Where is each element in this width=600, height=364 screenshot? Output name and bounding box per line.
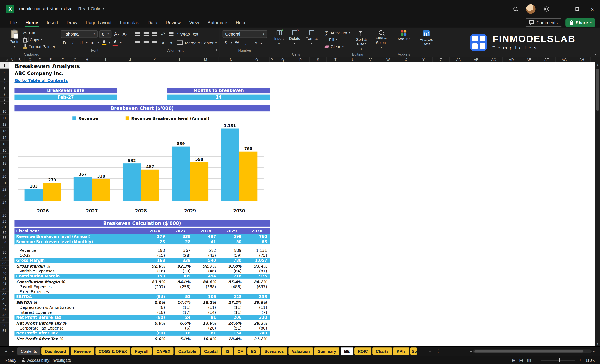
scroll-left-icon[interactable]: ◂ bbox=[470, 349, 472, 353]
calc-header-year-2028[interactable]: 2028 bbox=[193, 228, 218, 234]
calc-cell[interactable]: 92.3% bbox=[168, 264, 193, 269]
calc-cell[interactable]: 839 bbox=[219, 248, 244, 253]
chart-bar-revenue-2030[interactable] bbox=[221, 129, 239, 201]
calc-cell[interactable]: 487 bbox=[193, 234, 218, 239]
ribbon-tab-view[interactable]: View bbox=[185, 18, 203, 27]
column-header-w[interactable]: W bbox=[379, 57, 397, 62]
row-header-5[interactable]: 5 bbox=[0, 86, 9, 92]
calc-cell[interactable]: (75) bbox=[244, 253, 270, 258]
calc-header-year-2026[interactable]: 2026 bbox=[142, 228, 168, 234]
globe-button[interactable] bbox=[539, 0, 554, 18]
calc-row-fixed-expenses[interactable]: Fixed Expenses----- bbox=[14, 289, 270, 294]
calc-cell[interactable]: 81 bbox=[193, 315, 218, 320]
calc-cell[interactable]: 27.2% bbox=[219, 300, 244, 305]
calc-cell[interactable]: 760 bbox=[244, 234, 270, 239]
italic-button[interactable]: I bbox=[69, 39, 76, 46]
column-header-y[interactable]: Y bbox=[415, 57, 432, 62]
calc-cell[interactable]: 975 bbox=[244, 274, 270, 279]
calc-cell[interactable]: (6) bbox=[168, 326, 193, 331]
calc-cell[interactable]: 10.4% bbox=[193, 336, 218, 341]
calc-row-label[interactable]: Contribution Margin % bbox=[14, 279, 142, 284]
calc-cell[interactable]: 84.8% bbox=[193, 279, 218, 284]
row-header-17[interactable]: 17 bbox=[0, 154, 9, 160]
accessibility-status[interactable]: Accessibility: Investigate bbox=[21, 358, 71, 362]
sheet-tab-scenarios[interactable]: Scenarios bbox=[261, 347, 287, 355]
align-right-button[interactable] bbox=[151, 39, 158, 46]
calc-cell[interactable]: 206 bbox=[219, 315, 244, 320]
decrease-indent-button[interactable]: « bbox=[159, 39, 166, 46]
calc-cell[interactable]: 83.5% bbox=[142, 279, 168, 284]
column-header-l[interactable]: L bbox=[168, 57, 193, 62]
toc-link[interactable]: Go to Table of Contents bbox=[14, 78, 68, 83]
calc-cell[interactable]: 24.6% bbox=[219, 320, 244, 326]
calc-row-corporate-tax-expense[interactable]: Corporate Tax Expense-(6)(20)(51)(80) bbox=[14, 326, 270, 331]
column-header-ae[interactable]: AE bbox=[520, 57, 538, 62]
calc-cell[interactable]: 540 bbox=[193, 258, 218, 263]
calc-row-label[interactable]: Interest Expense bbox=[14, 310, 142, 315]
calc-cell[interactable]: (46) bbox=[193, 269, 218, 274]
row-header-11[interactable]: 11 bbox=[0, 115, 9, 121]
row-header-8[interactable]: 8 bbox=[0, 98, 9, 102]
calc-cell[interactable]: (7) bbox=[244, 310, 270, 315]
vertical-scrollbar-thumb[interactable] bbox=[596, 69, 599, 111]
calc-row-label[interactable]: COGS bbox=[14, 253, 142, 258]
ribbon-tab-data[interactable]: Data bbox=[143, 18, 161, 27]
excel-logo-icon[interactable]: X bbox=[6, 5, 14, 13]
close-button[interactable]: × bbox=[585, 0, 600, 18]
font-size-select[interactable]: 8▾ bbox=[99, 30, 112, 38]
font-name-select[interactable]: Tahoma▾ bbox=[61, 30, 98, 38]
calc-cell[interactable]: 63 bbox=[244, 239, 270, 244]
sheet-tab-is[interactable]: IS bbox=[222, 347, 233, 355]
row-header-51[interactable]: 51 bbox=[0, 328, 9, 333]
row-header-35[interactable]: 35 bbox=[0, 245, 9, 250]
calc-cell[interactable]: (11) bbox=[244, 305, 270, 310]
sheet-tab-capex[interactable]: CAPEX bbox=[153, 347, 174, 355]
zoom-in-button[interactable]: + bbox=[579, 357, 581, 363]
add-sheet-button[interactable]: + bbox=[428, 349, 432, 354]
sheet-tab-so[interactable]: So bbox=[410, 347, 417, 355]
calc-cell[interactable]: 92.0% bbox=[142, 264, 168, 269]
column-header-a[interactable]: A bbox=[9, 57, 14, 62]
row-header-9[interactable]: 9 bbox=[0, 102, 9, 108]
calc-cell[interactable]: 582 bbox=[193, 248, 218, 253]
row-header-15[interactable]: 15 bbox=[0, 141, 9, 147]
chart-legend-item-revenue-breakeven-level-annual[interactable]: Revenue Breakeven level (Annual) bbox=[125, 116, 209, 120]
page-layout-view-icon[interactable]: ▤ bbox=[519, 358, 523, 363]
row-header-48[interactable]: 48 bbox=[0, 312, 9, 318]
align-middle-button[interactable] bbox=[142, 30, 149, 37]
calc-cell[interactable]: 338 bbox=[244, 294, 270, 299]
column-header-o[interactable]: O bbox=[244, 57, 270, 62]
calc-row-revenue-breakeven-level-monthly[interactable]: Revenue Breakeven level (Monthly)2328415… bbox=[14, 239, 270, 245]
dialog-launcher-icon[interactable] bbox=[53, 53, 55, 55]
calc-cell[interactable]: (80) bbox=[142, 331, 168, 336]
calc-cell[interactable]: (488) bbox=[219, 284, 244, 289]
column-header-ac[interactable]: AC bbox=[485, 57, 503, 62]
calc-cell[interactable]: (11) bbox=[193, 305, 218, 310]
column-header-f[interactable]: F bbox=[56, 57, 69, 62]
tab-scroll-right-icon[interactable]: ▸ bbox=[10, 349, 15, 354]
calc-cell[interactable]: 338 bbox=[168, 234, 193, 239]
column-header-i[interactable]: I bbox=[93, 57, 118, 62]
calc-row-label[interactable]: Net Profit After Tax % bbox=[14, 336, 142, 341]
column-header-r[interactable]: R bbox=[292, 57, 309, 62]
calc-cell[interactable]: 320 bbox=[244, 315, 270, 320]
format-cells-button[interactable]: Format ▾ bbox=[304, 29, 319, 51]
horizontal-scrollbar[interactable]: ◂ ▸ bbox=[470, 349, 600, 353]
row-header-29[interactable]: 29 bbox=[0, 219, 9, 224]
calc-row-gross-margin[interactable]: Gross Margin %92.0%92.3%92.7%93.0%93.4% bbox=[14, 264, 270, 269]
row-header-21[interactable]: 21 bbox=[0, 180, 9, 186]
calc-cell[interactable]: (28) bbox=[168, 253, 193, 258]
wrap-text-label-button[interactable]: Wrap Text bbox=[180, 30, 198, 37]
calc-cell[interactable]: 168 bbox=[142, 258, 168, 263]
calc-cell[interactable]: 28 bbox=[168, 239, 193, 244]
dialog-launcher-icon[interactable] bbox=[214, 49, 217, 51]
calc-header-year-2030[interactable]: 2030 bbox=[244, 228, 270, 234]
chart-bar-revenue-2027[interactable] bbox=[74, 177, 92, 201]
row-header-20[interactable]: 20 bbox=[0, 173, 9, 180]
column-header-ah[interactable]: AH bbox=[573, 57, 591, 62]
borders-button[interactable]: ⊞ bbox=[89, 39, 96, 46]
column-header-ab[interactable]: AB bbox=[468, 57, 485, 62]
calc-cell[interactable]: - bbox=[142, 289, 168, 294]
calc-cell[interactable]: 1,131 bbox=[244, 248, 270, 253]
sheet-tab-dashboard[interactable]: Dashboard bbox=[41, 347, 69, 355]
